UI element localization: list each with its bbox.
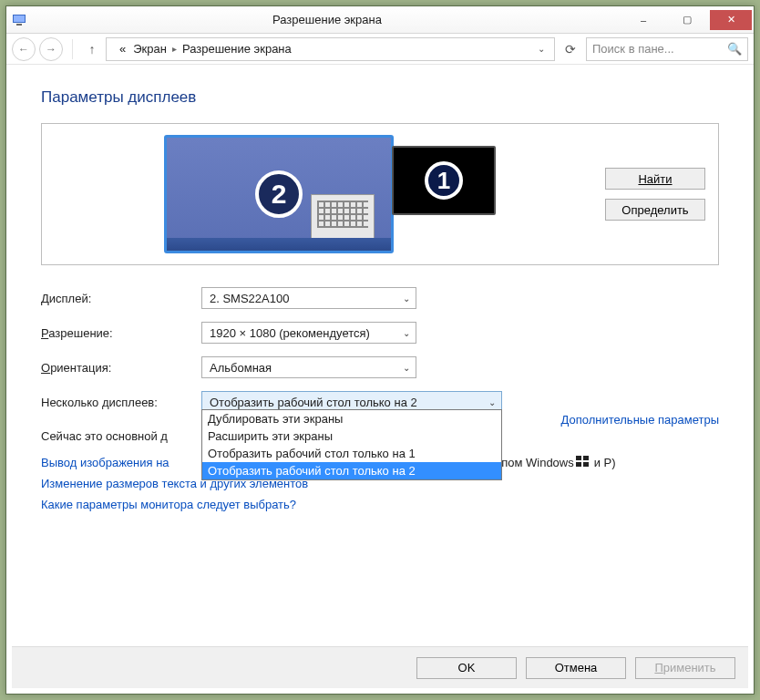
footer: OK Отмена Применить <box>12 646 748 688</box>
chevron-down-icon: ⌄ <box>403 293 410 304</box>
chevron-down-icon: ⌄ <box>403 328 410 338</box>
row-display: Дисплей: 2. SMS22A100 ⌄ <box>41 287 719 309</box>
maximize-button[interactable]: ▢ <box>666 10 708 30</box>
cancel-button[interactable]: Отмена <box>526 657 626 679</box>
label-resolution: Разрешение: <box>41 326 201 340</box>
navbar: ← → ↑ « Экран ▸ Разрешение экрана ⌄ ⟳ По… <box>6 34 754 65</box>
apply-button[interactable]: Применить <box>635 657 735 679</box>
app-icon <box>12 13 26 27</box>
row-resolution: Разрешение: 1920 × 1080 (рекомендуется) … <box>41 322 719 344</box>
advanced-settings-link[interactable]: Дополнительные параметры <box>560 413 719 427</box>
label-multiple-displays: Несколько дисплеев: <box>41 396 201 409</box>
search-placeholder: Поиск в пане... <box>592 42 674 56</box>
arrow-left-icon: ← <box>18 43 29 56</box>
display-select[interactable]: 2. SMS22A100 ⌄ <box>201 287 416 309</box>
option-only-2[interactable]: Отобразить рабочий стол только на 2 <box>202 462 501 479</box>
display-value: 2. SMS22A100 <box>210 292 289 305</box>
search-input[interactable]: Поиск в пане... 🔍 <box>586 37 748 61</box>
monitor-2-number: 2 <box>255 170 303 218</box>
display-preview: 2 1 Найти Определить <box>41 123 719 265</box>
ok-button[interactable]: OK <box>416 657 517 679</box>
monitor-1[interactable]: 1 <box>392 146 496 215</box>
resolution-select[interactable]: 1920 × 1080 (рекомендуется) ⌄ <box>201 322 416 344</box>
option-duplicate[interactable]: Дублировать эти экраны <box>202 410 501 427</box>
close-button[interactable]: ✕ <box>710 10 752 30</box>
window-controls: – ▢ ✕ <box>622 10 754 30</box>
window-title: Разрешение экрана <box>32 13 622 26</box>
arrow-up-icon: ↑ <box>89 42 96 57</box>
crumb-chevrons: « <box>116 42 129 56</box>
option-extend[interactable]: Расширить эти экраны <box>202 427 501 445</box>
row-orientation: Ориентация: Альбомная ⌄ <box>41 356 719 378</box>
page-title: Параметры дисплеев <box>41 88 719 107</box>
chevron-right-icon: ▸ <box>170 44 179 54</box>
monitor-1-number: 1 <box>425 161 463 200</box>
resolution-value: 1920 × 1080 (рекомендуется) <box>210 326 370 340</box>
minimize-button[interactable]: – <box>622 10 664 30</box>
which-monitor-link[interactable]: Какие параметры монитора следует выбрать… <box>41 498 719 511</box>
detect-button[interactable]: Найти <box>605 168 705 190</box>
separator <box>72 39 73 59</box>
label-orientation: Ориентация: <box>41 361 201 375</box>
screen-resolution-window: Разрешение экрана – ▢ ✕ ← → ↑ « Экран ▸ … <box>5 5 755 695</box>
projector-hint-link[interactable]: Вывод изображения на <box>41 456 169 469</box>
monitor-2[interactable]: 2 <box>164 135 394 253</box>
identify-button[interactable]: Определить <box>605 199 705 221</box>
forward-button[interactable]: → <box>39 37 63 61</box>
up-button[interactable]: ↑ <box>82 42 102 57</box>
titlebar: Разрешение экрана – ▢ ✕ <box>6 6 754 34</box>
content-area: Параметры дисплеев 2 1 Найти Определить … <box>6 65 754 652</box>
back-button[interactable]: ← <box>12 37 36 61</box>
svg-rect-2 <box>16 24 22 26</box>
breadcrumb[interactable]: « Экран ▸ Разрешение экрана ⌄ <box>106 37 555 61</box>
keyboard-icon <box>311 194 375 242</box>
orientation-select[interactable]: Альбомная ⌄ <box>201 356 416 378</box>
windows-logo-icon <box>576 456 589 467</box>
refresh-icon: ⟳ <box>565 42 576 57</box>
crumb-screen[interactable]: Экран <box>129 42 170 56</box>
orientation-value: Альбомная <box>210 361 272 375</box>
multiple-displays-value: Отобразить рабочий стол только на 2 <box>210 396 417 409</box>
monitor-layout[interactable]: 2 1 <box>55 135 605 253</box>
chevron-down-icon: ⌄ <box>403 363 410 373</box>
refresh-button[interactable]: ⟳ <box>559 37 582 61</box>
crumb-resolution[interactable]: Разрешение экрана <box>179 42 295 56</box>
multiple-displays-dropdown: Дублировать эти экраны Расширить эти экр… <box>201 409 502 480</box>
label-display: Дисплей: <box>41 292 201 305</box>
search-icon: 🔍 <box>727 42 742 56</box>
breadcrumb-dropdown[interactable]: ⌄ <box>532 44 550 54</box>
option-only-1[interactable]: Отобразить рабочий стол только на 1 <box>202 445 501 462</box>
chevron-down-icon: ⌄ <box>488 397 496 407</box>
svg-rect-1 <box>14 15 25 22</box>
arrow-right-icon: → <box>46 43 56 56</box>
